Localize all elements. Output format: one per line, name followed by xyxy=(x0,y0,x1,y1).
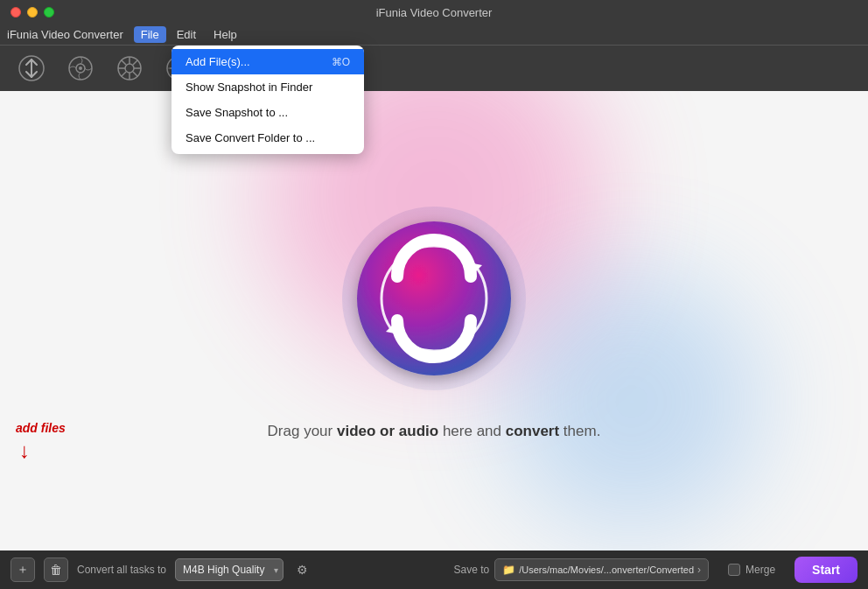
close-button[interactable] xyxy=(10,7,21,18)
disc-toolbar-icon[interactable] xyxy=(63,51,98,86)
menu-save-snapshot[interactable]: Save Snapshot to ... xyxy=(172,100,364,125)
navigate-arrow-icon: › xyxy=(697,564,701,576)
file-dropdown-menu: Add File(s)... ⌘O Show Snapshot in Finde… xyxy=(172,46,364,154)
menu-file[interactable]: File xyxy=(134,26,166,43)
main-content: Drag your video or audio here and conver… xyxy=(0,91,868,550)
settings-gear-button[interactable]: ⚙ xyxy=(292,560,312,579)
title-bar: iFunia Video Converter xyxy=(0,0,868,25)
menu-bar: iFunia Video Converter File Edit Help xyxy=(0,25,868,46)
fullscreen-button[interactable] xyxy=(44,7,54,18)
add-files-annotation: add files ↓ xyxy=(16,421,66,463)
merge-checkbox[interactable] xyxy=(728,564,740,576)
format-select-wrapper: M4B High Quality xyxy=(175,558,284,581)
save-snapshot-label: Save Snapshot to ... xyxy=(186,106,288,119)
toolbar xyxy=(0,46,868,91)
add-files-menu-label: Add File(s)... xyxy=(186,55,250,68)
start-button[interactable]: Start xyxy=(794,557,858,583)
svg-point-3 xyxy=(79,67,82,70)
save-path-button[interactable]: 📁 /Users/mac/Movies/...onverter/Converte… xyxy=(494,558,709,581)
add-files-label: add files xyxy=(16,421,66,435)
save-path-text: /Users/mac/Movies/...onverter/Converted xyxy=(519,564,694,575)
show-snapshot-label: Show Snapshot in Finder xyxy=(186,81,312,94)
convert-label: Convert all tasks to xyxy=(77,564,166,576)
app-name-label: iFunia Video Converter xyxy=(7,28,123,41)
bottom-bar: ＋ 🗑 Convert all tasks to M4B High Qualit… xyxy=(0,550,868,589)
trash-icon: 🗑 xyxy=(50,563,62,577)
app-logo xyxy=(338,202,530,395)
gear-icon: ⚙ xyxy=(297,563,308,577)
menu-help[interactable]: Help xyxy=(206,26,244,43)
svg-point-5 xyxy=(125,64,134,73)
add-files-shortcut: ⌘O xyxy=(332,56,350,68)
menu-show-snapshot[interactable]: Show Snapshot in Finder xyxy=(172,74,364,100)
app-title: iFunia Video Converter xyxy=(376,6,493,19)
svg-line-12 xyxy=(133,60,138,66)
merge-label: Merge xyxy=(746,564,775,576)
menu-edit[interactable]: Edit xyxy=(170,26,203,43)
video-audio-bold: video or audio xyxy=(337,423,438,439)
convert-toolbar-icon[interactable] xyxy=(14,51,49,86)
svg-line-13 xyxy=(122,72,127,77)
convert-bold: convert xyxy=(506,423,559,439)
plus-icon: ＋ xyxy=(17,562,29,578)
format-select[interactable]: M4B High Quality xyxy=(175,558,284,581)
save-convert-folder-label: Save Convert Folder to ... xyxy=(186,131,315,144)
merge-section: Merge xyxy=(728,564,775,576)
traffic-lights xyxy=(10,7,54,18)
save-to-section: Save to 📁 /Users/mac/Movies/...onverter/… xyxy=(453,558,709,581)
film-toolbar-icon[interactable] xyxy=(112,51,147,86)
svg-line-11 xyxy=(133,72,138,77)
add-files-arrow-icon: ↓ xyxy=(19,438,66,463)
menu-save-convert-folder[interactable]: Save Convert Folder to ... xyxy=(172,125,364,151)
save-to-label: Save to xyxy=(453,564,489,576)
add-file-button[interactable]: ＋ xyxy=(10,557,35,582)
minimize-button[interactable] xyxy=(27,7,38,18)
menu-add-files[interactable]: Add File(s)... ⌘O xyxy=(172,49,364,74)
svg-line-10 xyxy=(122,60,127,66)
delete-file-button[interactable]: 🗑 xyxy=(44,557,68,582)
drop-area[interactable]: Drag your video or audio here and conver… xyxy=(0,91,868,550)
folder-icon: 📁 xyxy=(502,564,515,576)
drag-drop-text: Drag your video or audio here and conver… xyxy=(268,423,601,440)
